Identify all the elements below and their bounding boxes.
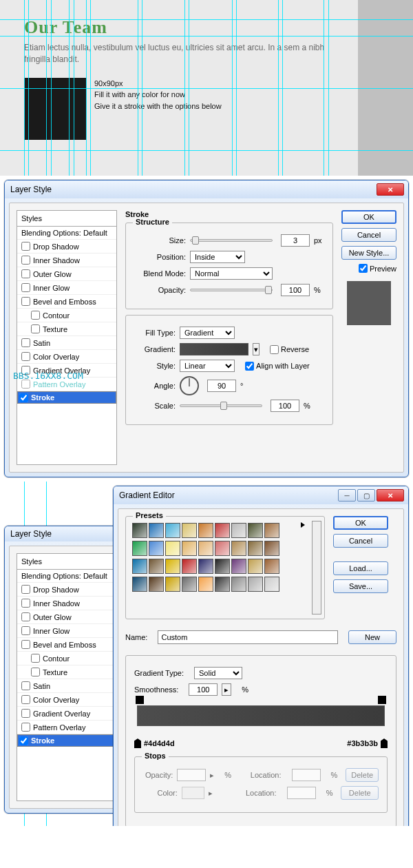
preset-swatch[interactable] [248,541,263,556]
annotation-text: 90x90px Fill it with any color for now G… [94,78,222,140]
smoothness-input[interactable] [189,683,218,696]
preset-swatch[interactable] [264,541,279,556]
preset-swatch[interactable] [231,523,246,538]
ok-button[interactable]: OK [333,516,388,530]
preview-check[interactable]: Preview [341,264,396,273]
new-button[interactable]: New [348,630,396,644]
presets-box: Presets [125,516,325,619]
layer-style-dialog-2: Layer Style Styles Blending Options: Def… [4,526,128,814]
preset-swatch[interactable] [132,577,147,592]
color-stop-icon[interactable] [381,738,388,748]
position-select[interactable]: Inside [190,251,245,263]
effect-texture[interactable]: Texture [17,322,116,336]
watermark: BBS.16XX8.COM [13,371,112,381]
color-swatch[interactable] [182,787,204,799]
styles-header[interactable]: Styles [17,211,116,227]
gradient-bar[interactable] [137,705,385,726]
preset-swatch[interactable] [215,577,230,592]
preset-swatch[interactable] [264,577,279,592]
opacity-stop-right[interactable] [378,696,386,704]
preset-swatch[interactable] [165,541,180,556]
preset-swatch[interactable] [165,577,180,592]
preset-swatch[interactable] [132,523,147,538]
preset-swatch[interactable] [132,559,147,574]
filltype-select[interactable]: Gradient [180,327,235,339]
opacity-input[interactable] [281,284,310,296]
cancel-button[interactable]: Cancel [333,534,388,548]
lorem-text: Etiam lectus nulla, vestibulum vel luctu… [24,42,341,65]
color-stop-icon[interactable] [134,738,141,748]
ok-button[interactable]: OK [341,210,396,224]
gradient-picker[interactable] [180,343,248,355]
angle-input[interactable] [207,380,236,392]
preset-swatch[interactable] [149,541,164,556]
preset-swatch[interactable] [198,523,213,538]
cancel-button[interactable]: Cancel [341,228,396,242]
gradient-editor-dialog: Gradient Editor ─ ▢ ✕ Presets OK Cancel … [113,486,409,826]
size-input[interactable] [281,234,310,247]
preset-swatch[interactable] [149,559,164,574]
design-canvas: Our Team Etiam lectus nulla, vestibulum … [0,0,413,176]
preset-swatch[interactable] [182,523,197,538]
name-input[interactable] [158,630,337,644]
preset-swatch[interactable] [132,541,147,556]
new-style-button[interactable]: New Style... [341,246,396,260]
preset-grid[interactable] [131,522,319,594]
preset-swatch[interactable] [198,577,213,592]
preset-swatch[interactable] [165,523,180,538]
effect-inner-glow[interactable]: Inner Glow [17,281,116,295]
preset-swatch[interactable] [182,559,197,574]
minimize-button[interactable]: ─ [338,489,356,502]
preset-swatch[interactable] [182,577,197,592]
preset-swatch[interactable] [215,541,230,556]
smoothness-dropdown-icon[interactable]: ▸ [222,683,231,696]
effect-satin[interactable]: Satin [17,336,116,350]
dialog-buttons: OK Cancel New Style... Preview [341,210,396,465]
close-button[interactable]: ✕ [377,183,404,196]
angle-dial[interactable] [180,376,199,395]
close-button[interactable]: ✕ [377,489,404,502]
scale-slider[interactable] [180,404,262,407]
reverse-check[interactable]: Reverse [270,345,309,354]
preset-swatch[interactable] [215,523,230,538]
preset-swatch[interactable] [182,541,197,556]
preset-swatch[interactable] [248,559,263,574]
effect-outer-glow[interactable]: Outer Glow [17,267,116,281]
presets-menu-icon[interactable] [301,522,305,528]
preset-swatch[interactable] [264,523,279,538]
effect-stroke[interactable]: Stroke [17,734,115,747]
preset-swatch[interactable] [165,559,180,574]
blendmode-select[interactable]: Normal [190,267,273,280]
opacity-stop-left[interactable] [136,696,144,704]
scale-input[interactable] [271,400,299,412]
preset-swatch[interactable] [264,559,279,574]
blending-options[interactable]: Blending Options: Default [17,227,116,240]
preset-swatch[interactable] [231,577,246,592]
preset-swatch[interactable] [248,523,263,538]
preset-swatch[interactable] [198,559,213,574]
align-check[interactable]: Align with Layer [245,362,310,371]
effect-stroke[interactable]: Stroke [17,391,116,404]
load-button[interactable]: Load... [333,561,388,575]
delete-color-stop[interactable]: Delete [341,786,379,800]
save-button[interactable]: Save... [333,579,388,593]
preset-swatch[interactable] [215,559,230,574]
delete-opacity-stop[interactable]: Delete [346,768,379,782]
preset-scrollbar[interactable] [312,521,321,614]
effect-inner-shadow[interactable]: Inner Shadow [17,254,116,267]
style-select[interactable]: Linear [180,360,235,372]
effect-contour[interactable]: Contour [17,309,116,322]
maximize-button[interactable]: ▢ [357,489,375,502]
preset-swatch[interactable] [248,577,263,592]
preset-swatch[interactable] [231,541,246,556]
effect-drop-shadow[interactable]: Drop Shadow [17,240,116,254]
effect-bevel[interactable]: Bevel and Emboss [17,295,116,309]
preset-swatch[interactable] [198,541,213,556]
preset-swatch[interactable] [149,523,164,538]
opacity-slider[interactable] [190,289,273,291]
size-slider[interactable] [190,239,273,242]
preset-swatch[interactable] [149,577,164,592]
preset-swatch[interactable] [231,559,246,574]
effect-color-overlay[interactable]: Color Overlay [17,350,116,364]
gradient-type-select[interactable]: Solid [194,667,242,679]
